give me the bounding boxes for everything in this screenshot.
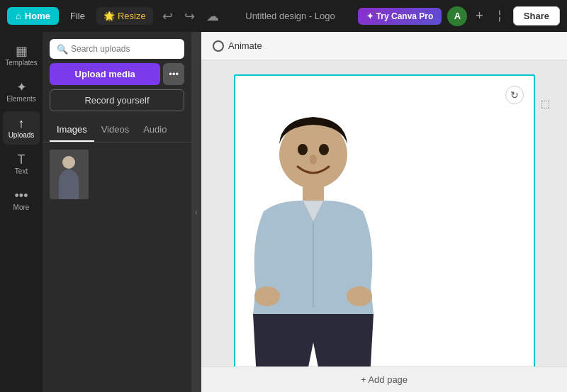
more-label: More [13,203,30,211]
arrange-button[interactable]: ⬚ [536,94,554,113]
main-layout: ▦ Templates ✦ Elements ↑ Uploads T Text … [0,32,567,392]
try-canva-pro-button[interactable]: ✦ Try Canva Pro [358,8,442,25]
upload-media-button[interactable]: Upload media [50,63,160,85]
uploads-icon: ↑ [18,117,25,130]
animate-icon [213,40,224,52]
text-icon: T [18,153,26,166]
sidebar-item-templates[interactable]: ▦ Templates [3,39,40,72]
more-icon: ••• [15,189,28,202]
thumbnail-image [50,150,89,199]
resize-button[interactable]: 🌟 Resize [96,7,153,25]
collapse-icon: ‹ [195,208,197,216]
animate-label: Animate [228,40,262,51]
svg-point-1 [62,156,75,169]
record-yourself-button[interactable]: Record yourself [50,89,184,111]
resize-icon: 🌟 [103,11,115,21]
svg-point-11 [310,155,317,164]
canvas-area: Animate ⧉ ⬚ ↻ [201,32,567,392]
document-title: Untitled design - Logo [228,11,353,21]
file-menu[interactable]: File [64,7,91,25]
uploads-label: Uploads [9,131,35,139]
templates-label: Templates [5,59,38,67]
svg-point-9 [298,144,308,155]
history-actions: ↩ ↪ ☁ [159,7,223,26]
uploads-grid [43,142,191,392]
animate-bar: Animate [201,32,567,60]
svg-rect-3 [59,181,79,199]
avatar[interactable]: A [447,6,467,26]
analytics-button[interactable]: ╎ [492,8,507,24]
upload-more-button[interactable]: ••• [163,63,184,85]
redo-button[interactable]: ↪ [181,7,198,26]
home-icon: ⌂ [16,11,21,21]
upload-media-row: Upload media ••• [43,63,191,89]
topbar: ⌂ Home File 🌟 Resize ↩ ↪ ☁ Untitled desi… [0,0,567,32]
refresh-button[interactable]: ↻ [505,86,524,104]
uploads-panel: 🔍 Upload media ••• Record yourself Image… [43,32,191,392]
add-page-bar: + Add page [201,366,567,392]
topbar-right: ✦ Try Canva Pro A + ╎ Share [358,6,560,26]
svg-point-10 [319,144,329,155]
elements-icon: ✦ [16,81,27,94]
undo-button[interactable]: ↩ [159,7,176,26]
text-label: Text [15,167,28,175]
templates-icon: ▦ [16,45,28,57]
canvas-person-image [242,101,384,366]
elements-label: Elements [6,95,36,103]
search-wrapper: 🔍 [50,39,184,59]
add-page-button[interactable]: + Add page [361,374,408,385]
canvas-scroll[interactable]: ⧉ ⬚ ↻ [201,60,567,366]
share-button[interactable]: Share [513,6,560,26]
cloud-save-icon: ☁ [203,7,223,26]
search-input[interactable] [50,39,184,59]
search-icon: 🔍 [57,44,68,55]
sidebar-item-more[interactable]: ••• More [3,184,40,217]
tab-videos[interactable]: Videos [94,118,137,142]
sidebar-icons: ▦ Templates ✦ Elements ↑ Uploads T Text … [0,32,43,392]
home-button[interactable]: ⌂ Home [7,7,59,25]
collapse-panel-handle[interactable]: ‹ [191,32,201,392]
svg-rect-5 [303,183,324,201]
media-tabs: Images Videos Audio [43,118,191,142]
search-section: 🔍 [43,32,191,63]
tab-audio[interactable]: Audio [136,118,174,142]
design-canvas: ↻ [234,74,535,366]
svg-point-7 [254,286,280,306]
add-collaborator-button[interactable]: + [473,7,486,25]
sidebar-item-uploads[interactable]: ↑ Uploads [3,111,40,145]
sidebar-item-text[interactable]: T Text [3,147,40,181]
sidebar-item-elements[interactable]: ✦ Elements [3,75,40,108]
svg-point-8 [347,286,372,306]
tab-images[interactable]: Images [50,118,94,142]
list-item[interactable] [50,150,89,199]
